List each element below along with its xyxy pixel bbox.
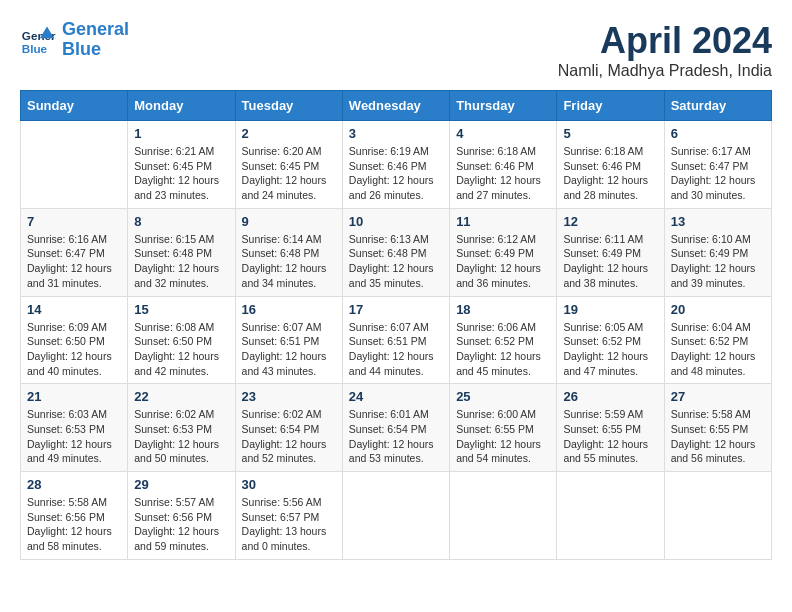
day-number: 27 <box>671 389 765 404</box>
calendar-header-row: SundayMondayTuesdayWednesdayThursdayFrid… <box>21 91 772 121</box>
day-info: Sunrise: 6:00 AM Sunset: 6:55 PM Dayligh… <box>456 407 550 466</box>
day-info: Sunrise: 5:58 AM Sunset: 6:56 PM Dayligh… <box>27 495 121 554</box>
calendar-body: 1Sunrise: 6:21 AM Sunset: 6:45 PM Daylig… <box>21 121 772 560</box>
day-info: Sunrise: 6:05 AM Sunset: 6:52 PM Dayligh… <box>563 320 657 379</box>
day-number: 6 <box>671 126 765 141</box>
title-area: April 2024 Namli, Madhya Pradesh, India <box>558 20 772 80</box>
calendar-cell <box>557 472 664 560</box>
calendar-cell: 13Sunrise: 6:10 AM Sunset: 6:49 PM Dayli… <box>664 208 771 296</box>
calendar-cell: 7Sunrise: 6:16 AM Sunset: 6:47 PM Daylig… <box>21 208 128 296</box>
day-number: 16 <box>242 302 336 317</box>
column-header-monday: Monday <box>128 91 235 121</box>
day-info: Sunrise: 6:09 AM Sunset: 6:50 PM Dayligh… <box>27 320 121 379</box>
day-info: Sunrise: 5:57 AM Sunset: 6:56 PM Dayligh… <box>134 495 228 554</box>
location-title: Namli, Madhya Pradesh, India <box>558 62 772 80</box>
calendar-week-2: 7Sunrise: 6:16 AM Sunset: 6:47 PM Daylig… <box>21 208 772 296</box>
day-number: 1 <box>134 126 228 141</box>
day-info: Sunrise: 6:04 AM Sunset: 6:52 PM Dayligh… <box>671 320 765 379</box>
day-number: 14 <box>27 302 121 317</box>
day-info: Sunrise: 6:01 AM Sunset: 6:54 PM Dayligh… <box>349 407 443 466</box>
day-number: 22 <box>134 389 228 404</box>
day-number: 25 <box>456 389 550 404</box>
day-info: Sunrise: 6:14 AM Sunset: 6:48 PM Dayligh… <box>242 232 336 291</box>
day-info: Sunrise: 6:21 AM Sunset: 6:45 PM Dayligh… <box>134 144 228 203</box>
calendar-cell: 21Sunrise: 6:03 AM Sunset: 6:53 PM Dayli… <box>21 384 128 472</box>
day-info: Sunrise: 6:15 AM Sunset: 6:48 PM Dayligh… <box>134 232 228 291</box>
day-number: 8 <box>134 214 228 229</box>
calendar-cell: 11Sunrise: 6:12 AM Sunset: 6:49 PM Dayli… <box>450 208 557 296</box>
day-number: 9 <box>242 214 336 229</box>
calendar-cell <box>664 472 771 560</box>
day-number: 24 <box>349 389 443 404</box>
calendar-cell: 18Sunrise: 6:06 AM Sunset: 6:52 PM Dayli… <box>450 296 557 384</box>
calendar-cell: 6Sunrise: 6:17 AM Sunset: 6:47 PM Daylig… <box>664 121 771 209</box>
day-number: 15 <box>134 302 228 317</box>
calendar-week-1: 1Sunrise: 6:21 AM Sunset: 6:45 PM Daylig… <box>21 121 772 209</box>
calendar-cell: 14Sunrise: 6:09 AM Sunset: 6:50 PM Dayli… <box>21 296 128 384</box>
column-header-tuesday: Tuesday <box>235 91 342 121</box>
calendar-cell: 2Sunrise: 6:20 AM Sunset: 6:45 PM Daylig… <box>235 121 342 209</box>
day-info: Sunrise: 6:08 AM Sunset: 6:50 PM Dayligh… <box>134 320 228 379</box>
calendar-week-4: 21Sunrise: 6:03 AM Sunset: 6:53 PM Dayli… <box>21 384 772 472</box>
calendar-cell: 9Sunrise: 6:14 AM Sunset: 6:48 PM Daylig… <box>235 208 342 296</box>
calendar-cell: 20Sunrise: 6:04 AM Sunset: 6:52 PM Dayli… <box>664 296 771 384</box>
day-info: Sunrise: 6:12 AM Sunset: 6:49 PM Dayligh… <box>456 232 550 291</box>
calendar-cell: 1Sunrise: 6:21 AM Sunset: 6:45 PM Daylig… <box>128 121 235 209</box>
calendar-cell: 27Sunrise: 5:58 AM Sunset: 6:55 PM Dayli… <box>664 384 771 472</box>
column-header-sunday: Sunday <box>21 91 128 121</box>
day-info: Sunrise: 6:18 AM Sunset: 6:46 PM Dayligh… <box>563 144 657 203</box>
calendar-cell: 23Sunrise: 6:02 AM Sunset: 6:54 PM Dayli… <box>235 384 342 472</box>
day-number: 7 <box>27 214 121 229</box>
day-info: Sunrise: 6:17 AM Sunset: 6:47 PM Dayligh… <box>671 144 765 203</box>
day-number: 12 <box>563 214 657 229</box>
day-info: Sunrise: 5:56 AM Sunset: 6:57 PM Dayligh… <box>242 495 336 554</box>
calendar-table: SundayMondayTuesdayWednesdayThursdayFrid… <box>20 90 772 560</box>
day-info: Sunrise: 6:11 AM Sunset: 6:49 PM Dayligh… <box>563 232 657 291</box>
calendar-cell: 26Sunrise: 5:59 AM Sunset: 6:55 PM Dayli… <box>557 384 664 472</box>
calendar-cell: 19Sunrise: 6:05 AM Sunset: 6:52 PM Dayli… <box>557 296 664 384</box>
calendar-cell <box>450 472 557 560</box>
day-number: 30 <box>242 477 336 492</box>
calendar-cell: 16Sunrise: 6:07 AM Sunset: 6:51 PM Dayli… <box>235 296 342 384</box>
day-info: Sunrise: 6:07 AM Sunset: 6:51 PM Dayligh… <box>242 320 336 379</box>
calendar-week-3: 14Sunrise: 6:09 AM Sunset: 6:50 PM Dayli… <box>21 296 772 384</box>
day-number: 18 <box>456 302 550 317</box>
day-number: 28 <box>27 477 121 492</box>
calendar-cell <box>21 121 128 209</box>
day-info: Sunrise: 6:02 AM Sunset: 6:54 PM Dayligh… <box>242 407 336 466</box>
day-info: Sunrise: 6:03 AM Sunset: 6:53 PM Dayligh… <box>27 407 121 466</box>
calendar-cell: 24Sunrise: 6:01 AM Sunset: 6:54 PM Dayli… <box>342 384 449 472</box>
calendar-cell: 25Sunrise: 6:00 AM Sunset: 6:55 PM Dayli… <box>450 384 557 472</box>
day-number: 17 <box>349 302 443 317</box>
day-info: Sunrise: 6:02 AM Sunset: 6:53 PM Dayligh… <box>134 407 228 466</box>
day-number: 5 <box>563 126 657 141</box>
day-info: Sunrise: 6:20 AM Sunset: 6:45 PM Dayligh… <box>242 144 336 203</box>
day-info: Sunrise: 6:07 AM Sunset: 6:51 PM Dayligh… <box>349 320 443 379</box>
calendar-cell: 29Sunrise: 5:57 AM Sunset: 6:56 PM Dayli… <box>128 472 235 560</box>
calendar-cell: 15Sunrise: 6:08 AM Sunset: 6:50 PM Dayli… <box>128 296 235 384</box>
logo-text: GeneralBlue <box>62 20 129 60</box>
calendar-cell: 22Sunrise: 6:02 AM Sunset: 6:53 PM Dayli… <box>128 384 235 472</box>
calendar-cell: 28Sunrise: 5:58 AM Sunset: 6:56 PM Dayli… <box>21 472 128 560</box>
calendar-cell: 30Sunrise: 5:56 AM Sunset: 6:57 PM Dayli… <box>235 472 342 560</box>
day-number: 4 <box>456 126 550 141</box>
calendar-cell: 5Sunrise: 6:18 AM Sunset: 6:46 PM Daylig… <box>557 121 664 209</box>
column-header-friday: Friday <box>557 91 664 121</box>
day-number: 2 <box>242 126 336 141</box>
column-header-saturday: Saturday <box>664 91 771 121</box>
column-header-wednesday: Wednesday <box>342 91 449 121</box>
svg-text:Blue: Blue <box>22 41 48 54</box>
day-number: 23 <box>242 389 336 404</box>
column-header-thursday: Thursday <box>450 91 557 121</box>
logo-icon: General Blue <box>20 22 56 58</box>
day-info: Sunrise: 5:59 AM Sunset: 6:55 PM Dayligh… <box>563 407 657 466</box>
day-number: 11 <box>456 214 550 229</box>
day-number: 20 <box>671 302 765 317</box>
day-info: Sunrise: 6:18 AM Sunset: 6:46 PM Dayligh… <box>456 144 550 203</box>
day-info: Sunrise: 6:10 AM Sunset: 6:49 PM Dayligh… <box>671 232 765 291</box>
day-number: 19 <box>563 302 657 317</box>
calendar-cell: 3Sunrise: 6:19 AM Sunset: 6:46 PM Daylig… <box>342 121 449 209</box>
calendar-cell: 17Sunrise: 6:07 AM Sunset: 6:51 PM Dayli… <box>342 296 449 384</box>
day-info: Sunrise: 6:19 AM Sunset: 6:46 PM Dayligh… <box>349 144 443 203</box>
day-number: 26 <box>563 389 657 404</box>
